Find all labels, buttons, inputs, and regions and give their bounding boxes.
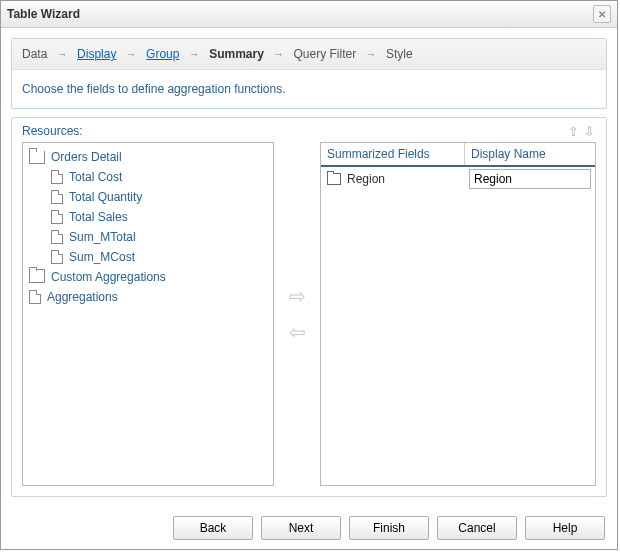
col-summarized: Summarized Fields <box>321 143 465 165</box>
table-wizard-window: Table Wizard ✕ Data → Display → Group → … <box>0 0 618 550</box>
content-area: Data → Display → Group → Summary → Query… <box>1 28 617 507</box>
display-name-input[interactable] <box>469 169 591 189</box>
resources-label: Resources: <box>22 124 564 138</box>
group-icon <box>327 173 341 185</box>
cell-field-text: Region <box>347 172 385 186</box>
breadcrumb-step-data[interactable]: Data <box>22 47 47 61</box>
cancel-button[interactable]: Cancel <box>437 516 517 540</box>
tree-node-custom-aggregations[interactable]: Custom Aggregations <box>23 267 273 287</box>
close-icon[interactable]: ✕ <box>593 5 611 23</box>
back-button[interactable]: Back <box>173 516 253 540</box>
tree-leaf[interactable]: Total Sales <box>23 207 273 227</box>
help-button[interactable]: Help <box>525 516 605 540</box>
col-display-name: Display Name <box>465 143 595 165</box>
add-icon[interactable]: ⇨ <box>289 286 306 306</box>
tree-leaf[interactable]: Sum_MCost <box>23 247 273 267</box>
next-button[interactable]: Next <box>261 516 341 540</box>
instruction-text: Choose the fields to define aggregation … <box>12 70 606 108</box>
breadcrumb-step-summary: Summary <box>209 47 264 61</box>
tree-label: Total Quantity <box>69 188 142 206</box>
arrow-right-icon: → <box>51 48 74 60</box>
resources-tree[interactable]: Orders Detail Total Cost Total Quantity … <box>22 142 274 486</box>
field-icon <box>51 210 63 224</box>
tree-leaf[interactable]: Sum_MTotal <box>23 227 273 247</box>
transfer-buttons: ⇨ ⇦ <box>274 142 320 486</box>
breadcrumb-step-display[interactable]: Display <box>77 47 116 61</box>
table-header: Summarized Fields Display Name <box>321 143 595 167</box>
tree-label: Aggregations <box>47 288 118 306</box>
tree-leaf[interactable]: Total Quantity <box>23 187 273 207</box>
tree-label: Sum_MTotal <box>69 228 136 246</box>
field-icon <box>51 170 63 184</box>
window-title: Table Wizard <box>7 7 593 21</box>
breadcrumb-step-group[interactable]: Group <box>146 47 179 61</box>
field-icon <box>51 250 63 264</box>
arrow-right-icon: → <box>120 48 143 60</box>
cell-display <box>465 167 595 191</box>
arrow-right-icon: → <box>183 48 206 60</box>
field-icon <box>29 290 41 304</box>
breadcrumb: Data → Display → Group → Summary → Query… <box>12 39 606 70</box>
breadcrumb-step-query-filter[interactable]: Query Filter <box>294 47 357 61</box>
folder-icon <box>29 269 45 283</box>
move-up-icon[interactable]: ⇧ <box>566 124 580 138</box>
titlebar: Table Wizard ✕ <box>1 1 617 28</box>
arrow-right-icon: → <box>360 48 383 60</box>
tree-label: Total Cost <box>69 168 122 186</box>
move-down-icon[interactable]: ⇩ <box>582 124 596 138</box>
columns-area: Orders Detail Total Cost Total Quantity … <box>22 142 596 486</box>
field-icon <box>51 190 63 204</box>
folder-open-icon <box>29 151 45 164</box>
cell-field: Region <box>321 169 465 189</box>
breadcrumb-step-style[interactable]: Style <box>386 47 413 61</box>
arrow-right-icon: → <box>267 48 290 60</box>
tree-label: Custom Aggregations <box>51 268 166 286</box>
wizard-header: Data → Display → Group → Summary → Query… <box>11 38 607 109</box>
tree-label: Orders Detail <box>51 148 122 166</box>
remove-icon[interactable]: ⇦ <box>289 322 306 342</box>
tree-node-orders-detail[interactable]: Orders Detail <box>23 147 273 167</box>
tree-node-aggregations[interactable]: Aggregations <box>23 287 273 307</box>
tree-label: Total Sales <box>69 208 128 226</box>
field-icon <box>51 230 63 244</box>
summarized-fields-table: Summarized Fields Display Name Region <box>320 142 596 486</box>
tree-label: Sum_MCost <box>69 248 135 266</box>
footer-buttons: Back Next Finish Cancel Help <box>1 507 617 549</box>
finish-button[interactable]: Finish <box>349 516 429 540</box>
resources-header-row: Resources: ⇧ ⇩ <box>22 124 596 138</box>
table-row[interactable]: Region <box>321 167 595 191</box>
main-panel: Resources: ⇧ ⇩ Orders Detail Total Cost <box>11 117 607 497</box>
table-body: Region <box>321 167 595 485</box>
tree-leaf[interactable]: Total Cost <box>23 167 273 187</box>
